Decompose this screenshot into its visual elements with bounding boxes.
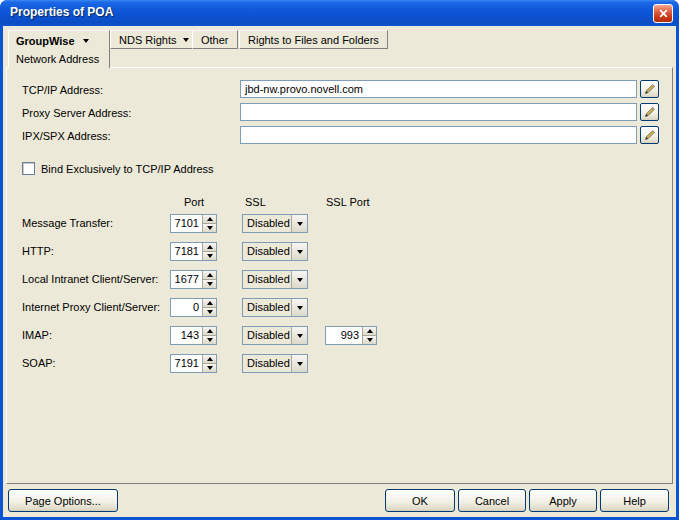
down-arrow-icon (207, 282, 213, 286)
close-button[interactable] (653, 4, 673, 23)
internet-proxy-port-spinner[interactable]: 0 (170, 298, 217, 317)
imap-label: IMAP: (22, 329, 52, 342)
spin-down-button[interactable] (203, 308, 216, 316)
help-button[interactable]: Help (600, 489, 669, 512)
tab-nds-rights-label: NDS Rights (119, 34, 176, 46)
ssl-dropdown-button[interactable] (291, 215, 307, 232)
http-port-spinner[interactable]: 7181 (170, 242, 217, 261)
soap-ssl-combo[interactable]: Disabled (242, 354, 308, 373)
port-value[interactable]: 0 (171, 299, 202, 316)
ssl-value: Disabled (243, 271, 291, 288)
port-value[interactable]: 143 (171, 327, 202, 344)
port-value[interactable]: 1677 (171, 271, 202, 288)
spin-up-button[interactable] (203, 355, 216, 364)
tcpip-edit-button[interactable] (640, 80, 659, 98)
bind-exclusively-checkbox[interactable] (22, 162, 35, 175)
ssl-value: Disabled (243, 243, 291, 260)
imap-ssl-port-spinner[interactable]: 993 (325, 326, 377, 345)
port-value[interactable]: 7191 (171, 355, 202, 372)
chevron-down-icon[interactable] (83, 39, 89, 43)
up-arrow-icon (207, 273, 213, 277)
local-intranet-port-spinner[interactable]: 1677 (170, 270, 217, 289)
spin-down-button[interactable] (203, 224, 216, 232)
spin-up-button[interactable] (203, 215, 216, 224)
titlebar[interactable]: Properties of POA (0, 0, 679, 26)
dropdown-arrow-icon (297, 222, 303, 226)
edit-pencil-icon (644, 83, 656, 95)
ssl-value: Disabled (243, 215, 291, 232)
apply-label: Apply (549, 495, 577, 507)
http-label: HTTP: (22, 245, 54, 258)
bind-exclusively-label[interactable]: Bind Exclusively to TCP/IP Address (41, 163, 214, 176)
spin-up-button[interactable] (203, 271, 216, 280)
apply-button[interactable]: Apply (529, 489, 597, 512)
spin-down-button[interactable] (203, 336, 216, 344)
ssl-dropdown-button[interactable] (291, 271, 307, 288)
ipxspx-edit-button[interactable] (640, 126, 659, 144)
tab-rights-files-folders[interactable]: Rights to Files and Folders (239, 30, 388, 49)
down-arrow-icon (367, 338, 373, 342)
tcpip-address-field[interactable]: jbd-nw.provo.novell.com (240, 80, 637, 98)
message-transfer-ssl-combo[interactable]: Disabled (242, 214, 308, 233)
page-options-button[interactable]: Page Options... (8, 489, 118, 512)
ssl-dropdown-button[interactable] (291, 327, 307, 344)
port-value[interactable]: 7101 (171, 215, 202, 232)
cancel-button[interactable]: Cancel (458, 489, 526, 512)
internet-proxy-ssl-combo[interactable]: Disabled (242, 298, 308, 317)
tab-rights-files-folders-label: Rights to Files and Folders (248, 34, 379, 46)
up-arrow-icon (207, 217, 213, 221)
up-arrow-icon (207, 329, 213, 333)
ssl-dropdown-button[interactable] (291, 243, 307, 260)
chevron-down-icon[interactable] (183, 38, 189, 42)
spin-down-button[interactable] (203, 280, 216, 288)
dropdown-arrow-icon (297, 306, 303, 310)
ipxspx-address-label: IPX/SPX Address: (22, 130, 111, 143)
edit-pencil-icon (644, 106, 656, 118)
up-arrow-icon (207, 301, 213, 305)
up-arrow-icon (207, 357, 213, 361)
down-arrow-icon (207, 366, 213, 370)
cancel-label: Cancel (475, 495, 509, 507)
message-transfer-port-spinner[interactable]: 7101 (170, 214, 217, 233)
spin-up-button[interactable] (203, 299, 216, 308)
local-intranet-ssl-combo[interactable]: Disabled (242, 270, 308, 289)
tab-nds-rights[interactable]: NDS Rights (110, 30, 198, 49)
spin-down-button[interactable] (363, 336, 376, 344)
dropdown-arrow-icon (297, 250, 303, 254)
soap-port-spinner[interactable]: 7191 (170, 354, 217, 373)
proxy-address-field[interactable] (240, 103, 637, 121)
ssl-port-value[interactable]: 993 (326, 327, 362, 344)
tab-other-label: Other (201, 34, 229, 46)
tcpip-address-value: jbd-nw.provo.novell.com (245, 83, 363, 95)
dropdown-arrow-icon (297, 362, 303, 366)
spin-up-button[interactable] (203, 243, 216, 252)
tab-other[interactable]: Other (192, 30, 238, 49)
down-arrow-icon (207, 310, 213, 314)
up-arrow-icon (207, 245, 213, 249)
tab-groupwise-label: GroupWise (16, 35, 75, 47)
port-value[interactable]: 7181 (171, 243, 202, 260)
ipxspx-address-field[interactable] (240, 126, 637, 144)
subtab-network-address[interactable]: Network Address (16, 53, 99, 65)
ssl-dropdown-button[interactable] (291, 355, 307, 372)
spin-down-button[interactable] (203, 364, 216, 372)
ok-button[interactable]: OK (385, 489, 455, 512)
tab-groupwise[interactable]: GroupWise Network Address (8, 30, 110, 68)
help-label: Help (623, 495, 646, 507)
close-icon (659, 9, 668, 18)
imap-port-spinner[interactable]: 143 (170, 326, 217, 345)
edit-pencil-icon (644, 129, 656, 141)
port-column-header: Port (184, 196, 204, 209)
ssl-dropdown-button[interactable] (291, 299, 307, 316)
imap-ssl-combo[interactable]: Disabled (242, 326, 308, 345)
proxy-edit-button[interactable] (640, 103, 659, 121)
spin-up-button[interactable] (203, 327, 216, 336)
dropdown-arrow-icon (297, 278, 303, 282)
properties-dialog: Properties of POA GroupWise Network Addr… (0, 0, 679, 520)
ssl-value: Disabled (243, 355, 291, 372)
spin-down-button[interactable] (203, 252, 216, 260)
message-transfer-label: Message Transfer: (22, 217, 113, 230)
spin-up-button[interactable] (363, 327, 376, 336)
page-options-label: Page Options... (25, 495, 101, 507)
http-ssl-combo[interactable]: Disabled (242, 242, 308, 261)
